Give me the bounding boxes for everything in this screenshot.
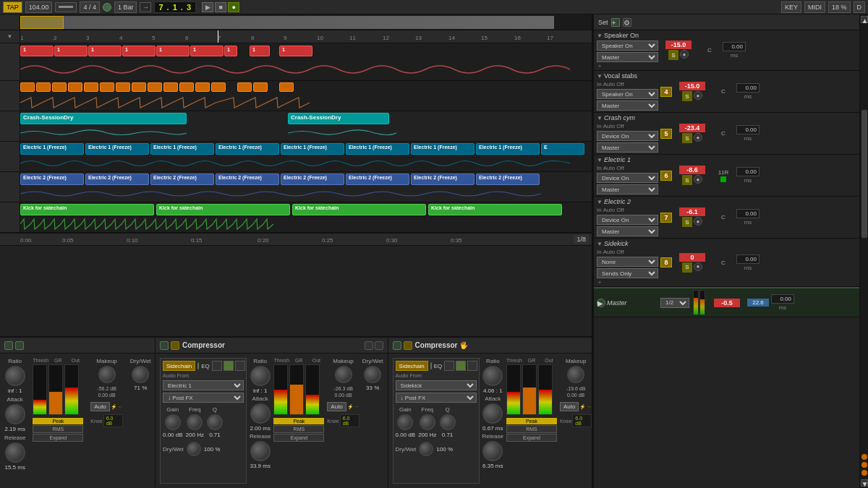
plugin-toggle-2[interactable] xyxy=(160,341,169,350)
drywet-sc-knob[interactable] xyxy=(187,442,201,456)
filter-btn-highpass[interactable] xyxy=(212,361,222,371)
filter-btn-hp3[interactable] xyxy=(444,361,454,371)
rms-btn-2[interactable]: RMS xyxy=(273,425,324,433)
routing-select-1[interactable]: Master xyxy=(597,52,658,62)
device-select-3[interactable]: Device On xyxy=(597,131,658,141)
clip[interactable] xyxy=(148,82,162,92)
makeup-knob-2[interactable] xyxy=(335,366,352,383)
scrollbar-thumb[interactable] xyxy=(861,110,867,238)
plugin-toggle-1[interactable] xyxy=(4,341,13,350)
clip[interactable]: Kick for sidechain xyxy=(20,204,154,215)
clip[interactable] xyxy=(237,82,252,92)
add-device-6[interactable]: + xyxy=(597,280,658,285)
filter-btn-peak3[interactable] xyxy=(456,361,466,371)
routing-select-3[interactable]: Master xyxy=(597,142,658,153)
clip[interactable]: 1 xyxy=(20,46,54,56)
scroll-down[interactable]: ▼ xyxy=(861,479,868,487)
peak-btn-3[interactable]: Peak xyxy=(506,418,557,424)
solo-btn-4[interactable]: S xyxy=(682,175,692,185)
ratio-knob-3[interactable] xyxy=(482,366,503,386)
clip[interactable] xyxy=(100,82,114,92)
q-knob-2[interactable] xyxy=(207,414,223,430)
audio-from-select-2[interactable]: Electric 1 xyxy=(163,380,244,390)
freq-knob-2[interactable] xyxy=(187,414,203,430)
plugin-settings-2b[interactable] xyxy=(375,341,383,350)
release-knob[interactable] xyxy=(5,442,25,463)
monitor-btn-3[interactable]: ● xyxy=(694,133,702,142)
clip[interactable]: Kick for sidechain xyxy=(292,204,426,215)
sidechain-btn-2[interactable]: Sidechain xyxy=(163,361,195,371)
overview-bar[interactable] xyxy=(0,14,592,30)
makeup-knob-3[interactable] xyxy=(567,366,584,383)
clip[interactable]: Electric 1 (Freeze) xyxy=(346,143,409,155)
monitor-btn-6[interactable]: ● xyxy=(694,262,702,271)
post-fx-select-3[interactable]: ↓ Post FX xyxy=(396,393,477,403)
clip[interactable]: 1 xyxy=(122,46,156,56)
clip[interactable]: Electric 1 (Freeze) xyxy=(150,143,214,155)
auto-btn-2[interactable]: Auto xyxy=(327,402,346,411)
plugin-settings-2a[interactable] xyxy=(365,341,373,350)
solo-btn-2[interactable]: S xyxy=(682,91,692,101)
attack-knob-3[interactable] xyxy=(482,403,503,424)
add-device-1[interactable]: + xyxy=(597,64,658,69)
device-select-4[interactable]: Device On xyxy=(597,173,658,183)
stop-btn[interactable]: ■ xyxy=(215,2,226,12)
auto-btn-3[interactable]: Auto xyxy=(560,402,579,411)
track-content-vocal[interactable] xyxy=(20,81,592,111)
ratio-knob[interactable] xyxy=(5,366,25,386)
record-btn[interactable]: ● xyxy=(228,2,239,12)
clip[interactable]: 1 xyxy=(54,46,88,56)
clip[interactable]: Electric 1 (Freeze) xyxy=(281,143,344,155)
loop-arrow[interactable]: → xyxy=(140,2,151,12)
d-btn[interactable]: D xyxy=(854,1,866,13)
expand-btn-2[interactable]: Expand xyxy=(273,434,324,442)
q-knob-3[interactable] xyxy=(440,414,456,430)
master-input-select[interactable]: 1/2 xyxy=(660,298,689,308)
clip[interactable] xyxy=(211,82,226,92)
clip[interactable]: Electric 1 (Freeze) xyxy=(216,143,279,155)
release-knob-2[interactable] xyxy=(250,441,271,461)
clip[interactable] xyxy=(179,82,194,92)
monitor-btn-4[interactable]: ● xyxy=(694,175,702,184)
sc-active-2[interactable] xyxy=(197,362,199,369)
monitor-btn-2[interactable]: ● xyxy=(694,91,702,100)
add-btn[interactable]: + xyxy=(611,18,620,27)
clip[interactable] xyxy=(116,82,130,92)
clip[interactable]: 1 xyxy=(279,46,312,56)
gain-knob-2[interactable] xyxy=(165,414,181,430)
clip[interactable] xyxy=(20,82,35,92)
plugin-active-3[interactable] xyxy=(404,341,412,350)
clip[interactable]: Kick for sidechain xyxy=(428,204,562,215)
expand-btn[interactable]: Expand xyxy=(33,434,83,442)
solo-btn-1[interactable]: S xyxy=(668,50,678,60)
overview-selection[interactable] xyxy=(20,16,64,29)
clip-crash-1[interactable]: Crash-SessionDry xyxy=(20,113,187,124)
clip[interactable]: Electric 1 (Freeze) xyxy=(476,143,540,155)
track-content-kick[interactable]: Kick for sidechain Kick for sidechain Ki… xyxy=(20,202,592,233)
drywet-knob-2[interactable] xyxy=(364,366,381,383)
clip[interactable]: Electric 2 (Freeze) xyxy=(216,174,279,185)
clip[interactable] xyxy=(132,82,146,92)
clip[interactable]: 1 xyxy=(190,46,224,56)
routing-select-4[interactable]: Master xyxy=(597,184,658,194)
filter-btn-lowpass[interactable] xyxy=(235,361,245,371)
gain-knob-3[interactable] xyxy=(397,414,413,430)
clip[interactable] xyxy=(52,82,67,92)
clip-crash-2[interactable]: Crash-SessionDry xyxy=(288,113,389,124)
post-fx-select-2[interactable]: ↓ Post FX xyxy=(163,393,244,403)
freq-knob-3[interactable] xyxy=(420,414,435,430)
track-content-electric1[interactable]: Electric 1 (Freeze) Electric 1 (Freeze) … xyxy=(20,142,592,172)
clip[interactable]: Kick for sidechain xyxy=(156,204,290,215)
metronome-btn[interactable] xyxy=(103,3,111,12)
clip[interactable]: 1 xyxy=(88,46,122,56)
clip[interactable]: Electric 2 (Freeze) xyxy=(346,174,409,185)
peak-btn-2[interactable]: Peak xyxy=(273,418,324,424)
clip[interactable]: Electric 2 (Freeze) xyxy=(281,174,344,185)
clip[interactable]: 1 xyxy=(156,46,190,56)
settings-btn[interactable]: ⚙ xyxy=(623,18,631,27)
audio-from-select-3[interactable]: Sidekick xyxy=(396,380,477,390)
auto-btn[interactable]: Auto xyxy=(90,402,109,411)
clip[interactable] xyxy=(68,82,82,92)
drywet-sc-knob-3[interactable] xyxy=(419,442,433,456)
play-btn[interactable]: ▶ xyxy=(202,2,213,12)
